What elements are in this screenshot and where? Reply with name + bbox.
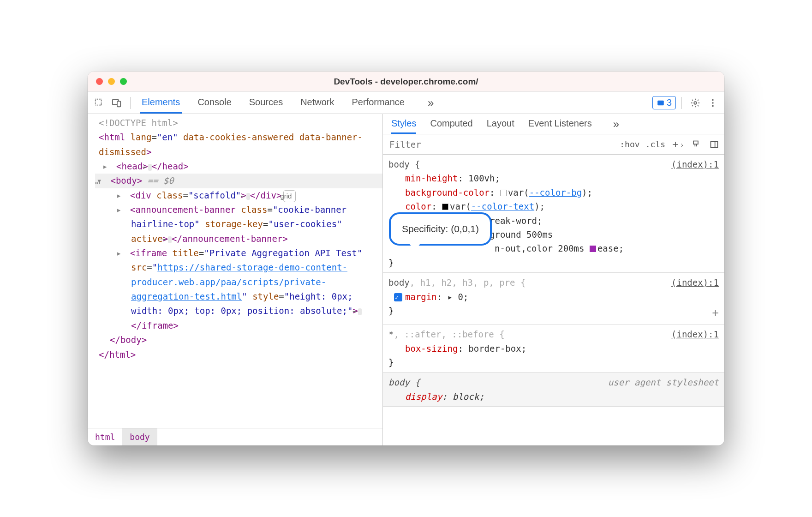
- issues-count: 3: [667, 97, 672, 108]
- crumb-html[interactable]: html: [88, 428, 122, 445]
- specificity-tooltip: Specificity: (0,0,1): [389, 212, 492, 246]
- subtab-listeners[interactable]: Event Listeners: [528, 114, 592, 134]
- kebab-icon[interactable]: [705, 95, 721, 111]
- panes: <!DOCTYPE html> <html lang="en" data-coo…: [88, 114, 724, 445]
- devtools-window: DevTools - developer.chrome.com/ Element…: [88, 72, 724, 445]
- svg-rect-2: [117, 101, 120, 107]
- color-swatch[interactable]: [442, 204, 448, 210]
- breadcrumbs: html body: [88, 428, 382, 445]
- elements-pane: <!DOCTYPE html> <html lang="en" data-coo…: [88, 114, 383, 445]
- styles-list[interactable]: (index):1 body { min-height: 100vh; back…: [383, 155, 724, 445]
- css-rule: (index):1 *, ::after, ::before { box-siz…: [383, 325, 724, 373]
- cls-toggle[interactable]: .cls: [645, 139, 665, 149]
- tooltip-text: Specificity: (0,0,1): [402, 223, 479, 234]
- subtab-layout[interactable]: Layout: [487, 114, 514, 134]
- source-link[interactable]: (index):1: [671, 327, 719, 341]
- divider: [130, 97, 131, 109]
- tab-elements[interactable]: Elements: [140, 92, 182, 114]
- add-property-icon[interactable]: +: [712, 304, 719, 321]
- brush-icon[interactable]: [689, 138, 702, 151]
- easing-swatch[interactable]: [590, 246, 596, 252]
- filter-input[interactable]: [383, 134, 614, 154]
- tab-console[interactable]: Console: [196, 92, 233, 114]
- gear-icon[interactable]: [687, 95, 703, 111]
- property-checkbox[interactable]: [394, 293, 402, 301]
- filter-row: :hov .cls: [383, 134, 724, 155]
- device-mode-icon[interactable]: [109, 95, 125, 111]
- svg-rect-8: [693, 141, 698, 144]
- color-swatch[interactable]: [500, 190, 507, 196]
- panel-icon[interactable]: [708, 138, 721, 151]
- more-subtabs-icon[interactable]: »: [613, 118, 619, 131]
- subtab-styles[interactable]: Styles: [391, 114, 416, 134]
- titlebar: DevTools - developer.chrome.com/: [88, 72, 724, 92]
- ua-label: user agent stylesheet: [608, 375, 719, 389]
- grid-badge[interactable]: grid: [283, 190, 296, 203]
- issues-badge[interactable]: 3: [652, 96, 676, 109]
- main-toolbar: Elements Console Sources Network Perform…: [88, 92, 724, 114]
- selected-node[interactable]: ▾<body> == $0: [95, 174, 382, 188]
- svg-point-7: [712, 105, 714, 107]
- minimize-button[interactable]: [108, 78, 115, 85]
- more-tabs-icon[interactable]: »: [428, 96, 434, 109]
- svg-point-5: [712, 99, 714, 101]
- window-title: DevTools - developer.chrome.com/: [334, 77, 478, 87]
- source-link[interactable]: (index):1: [671, 276, 719, 289]
- maximize-button[interactable]: [120, 78, 127, 85]
- css-rule-ua: user agent stylesheet body { display: bl…: [383, 373, 724, 407]
- close-button[interactable]: [96, 78, 103, 85]
- svg-point-4: [694, 102, 697, 104]
- svg-rect-3: [657, 100, 664, 105]
- crumb-body[interactable]: body: [122, 428, 157, 445]
- new-rule-icon[interactable]: [671, 138, 684, 151]
- tab-network[interactable]: Network: [299, 92, 336, 114]
- svg-rect-9: [711, 141, 718, 147]
- subtab-computed[interactable]: Computed: [430, 114, 472, 134]
- tab-sources[interactable]: Sources: [247, 92, 285, 114]
- traffic-lights: [96, 78, 127, 85]
- svg-point-6: [712, 102, 714, 104]
- inspect-icon[interactable]: [91, 95, 107, 111]
- divider: [681, 97, 682, 109]
- hov-toggle[interactable]: :hov: [620, 139, 639, 149]
- css-rule: (index):1 body, h1, h2, h3, p, pre { mar…: [383, 273, 724, 325]
- svg-rect-0: [96, 99, 102, 105]
- source-link[interactable]: (index):1: [671, 157, 719, 171]
- tab-performance[interactable]: Performance: [350, 92, 407, 114]
- panel-tabs: Elements Console Sources Network Perform…: [140, 92, 434, 114]
- styles-tabs: Styles Computed Layout Event Listeners »: [383, 114, 724, 134]
- doctype: <!DOCTYPE html>: [99, 118, 178, 128]
- dom-tree[interactable]: <!DOCTYPE html> <html lang="en" data-coo…: [88, 114, 382, 428]
- styles-pane: Styles Computed Layout Event Listeners »…: [383, 114, 724, 445]
